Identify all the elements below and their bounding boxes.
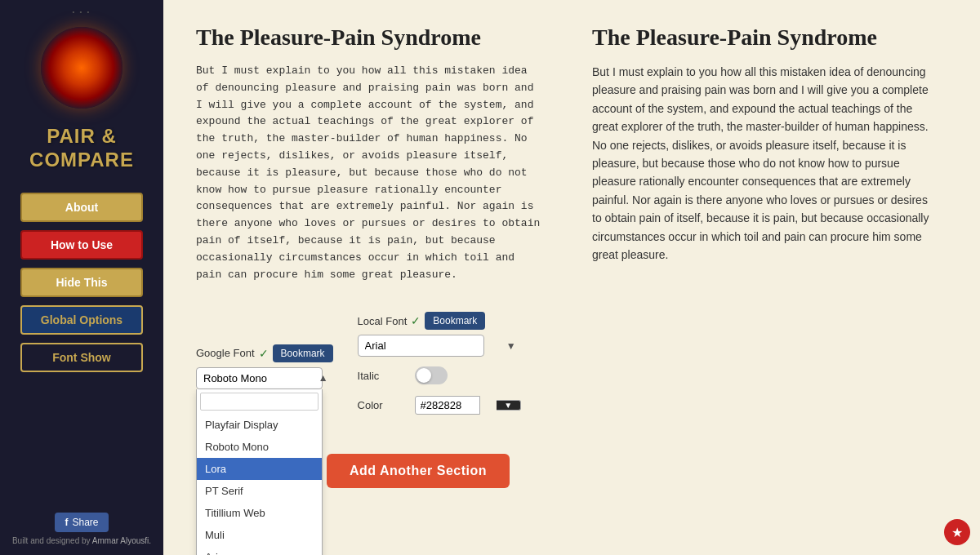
add-section-button[interactable]: Add Another Section	[327, 454, 510, 488]
dropdown-item-muli[interactable]: Muli	[197, 524, 322, 546]
local-font-section: Local Font ✓ Bookmark Arial ▼ Italic	[358, 312, 521, 421]
color-label: Color	[358, 399, 399, 411]
font-controls: Google Font ✓ Bookmark Roboto Mono ▲ Pla…	[196, 300, 543, 437]
share-label: Share	[72, 517, 98, 528]
google-bookmark-button[interactable]: Bookmark	[273, 344, 333, 362]
local-check-icon: ✓	[411, 314, 421, 327]
color-swatch-button[interactable]: ▼	[497, 400, 521, 411]
color-input[interactable]: #282828	[415, 396, 480, 415]
local-font-label: Local Font ✓ Bookmark	[358, 312, 521, 330]
dropdown-search-input[interactable]	[200, 393, 318, 411]
fontshow-button[interactable]: Font Show	[20, 343, 143, 372]
italic-row: Italic	[358, 366, 521, 384]
left-panel-text: But I must explain to you how all this m…	[196, 63, 543, 283]
font-dropdown: Playfair Display Roboto Mono Lora PT Ser…	[196, 389, 323, 555]
dropdown-item-pt-serif[interactable]: PT Serif	[197, 480, 322, 502]
local-bookmark-button[interactable]: Bookmark	[425, 312, 485, 330]
howto-button[interactable]: How to Use	[20, 230, 143, 260]
google-check-icon: ✓	[259, 347, 269, 360]
sidebar-footer: f Share Built and designed by Ammar Alyo…	[12, 513, 151, 547]
hidethis-button[interactable]: Hide This	[20, 268, 143, 297]
font-selector-row: Google Font ✓ Bookmark Roboto Mono ▲ Pla…	[196, 312, 543, 421]
right-panel: The Pleasure-Pain Syndrome But I must ex…	[568, 0, 980, 555]
sidebar-dots: • • •	[73, 8, 91, 16]
global-options-button[interactable]: Global Options	[20, 305, 143, 335]
toggle-knob	[416, 368, 431, 383]
logo-container	[33, 19, 131, 117]
credit-link[interactable]: Ammar Alyousfi.	[92, 536, 151, 545]
logo-circle	[41, 27, 122, 109]
app-title: PAIR &COMPARE	[29, 125, 134, 172]
star-icon[interactable]: ★	[944, 519, 970, 545]
local-font-select[interactable]: Arial	[358, 335, 484, 357]
dropdown-item-lora[interactable]: Lora	[197, 458, 322, 480]
color-row: Color #282828 ▼	[358, 396, 521, 415]
left-panel-title: The Pleasure-Pain Syndrome	[196, 24, 543, 51]
dropdown-item-playfair[interactable]: Playfair Display	[197, 414, 322, 436]
dropdown-item-roboto[interactable]: Roboto Mono	[197, 436, 322, 458]
main-content: The Pleasure-Pain Syndrome But I must ex…	[163, 0, 980, 555]
dropdown-item-titillium[interactable]: Titillium Web	[197, 502, 322, 524]
italic-label: Italic	[358, 370, 399, 382]
sidebar: • • • PAIR &COMPARE About How to Use Hid…	[0, 0, 163, 555]
google-font-select[interactable]: Roboto Mono	[196, 367, 323, 389]
fb-share-button[interactable]: f Share	[55, 513, 108, 532]
about-button[interactable]: About	[20, 193, 143, 222]
left-panel: The Pleasure-Pain Syndrome But I must ex…	[163, 0, 568, 555]
google-font-select-container: Roboto Mono ▲ Playfair Display Roboto Mo…	[196, 367, 333, 389]
right-panel-title: The Pleasure-Pain Syndrome	[592, 24, 939, 51]
sidebar-credit: Built and designed by Ammar Alyousfi.	[12, 535, 151, 547]
fb-icon: f	[65, 517, 68, 528]
google-font-label: Google Font ✓ Bookmark	[196, 344, 333, 362]
google-font-section: Google Font ✓ Bookmark Roboto Mono ▲ Pla…	[196, 344, 333, 389]
right-panel-text: But I must explain to you how all this m…	[592, 63, 939, 264]
dropdown-item-arimo[interactable]: Arimo	[197, 546, 322, 555]
local-font-select-container: Arial ▼	[358, 335, 521, 357]
color-swatch-container: ▼	[497, 400, 521, 411]
italic-toggle[interactable]	[415, 366, 448, 384]
local-select-arrow: ▼	[506, 340, 516, 352]
